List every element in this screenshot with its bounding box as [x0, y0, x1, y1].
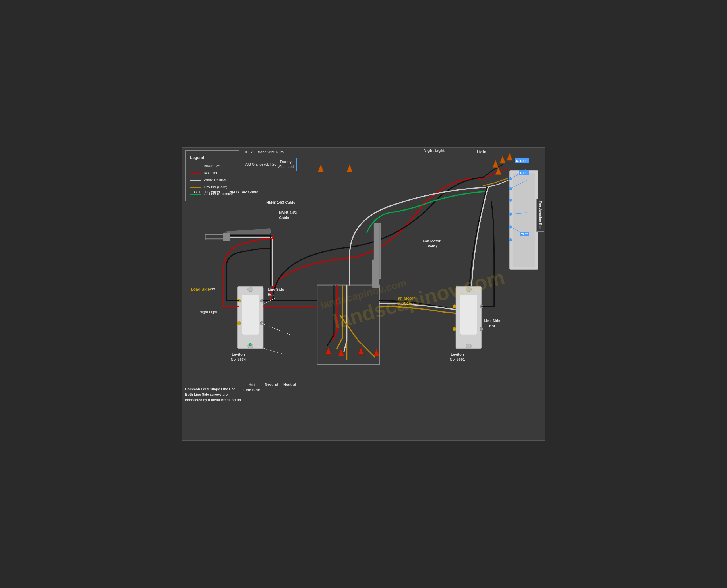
ideal-brand-label: IDEAL Brand Wire Nuts: [245, 150, 283, 154]
svg-point-31: [509, 198, 512, 202]
line-side-hot-right-label: Line SideHot: [484, 318, 500, 329]
diagram-container: landscapinov.com Legend: Black Hot Red H…: [182, 147, 545, 441]
svg-point-34: [509, 238, 512, 241]
legend-label-white: White Neutral: [204, 177, 226, 184]
nmb-142-mid-label: NM-B 14/2Cable: [279, 210, 297, 220]
svg-rect-11: [242, 295, 259, 335]
svg-rect-21: [460, 295, 477, 335]
light-top-label: Light: [477, 150, 486, 154]
legend-line-bare: [190, 187, 201, 188]
svg-point-29: [509, 177, 512, 180]
wire-nut-73b-label: 73B Orange: [245, 163, 263, 166]
fan-motor-vent-label: Fan Motor(Vent): [423, 239, 441, 249]
circuit-breaker-label: To Circuit Breaker: [191, 190, 220, 194]
leviton-5634-label: LevitonNo. 5634: [231, 352, 246, 362]
svg-point-13: [237, 322, 241, 325]
night-light-left-label: Night Light: [199, 310, 217, 314]
legend-item-red: Red Hot: [190, 170, 234, 177]
nmb-143-label: NM-B 14/3 Cable: [266, 200, 295, 205]
legend-title: Legend:: [190, 154, 234, 162]
nmb-142-top-label: NM-B 14/2 Cable: [229, 190, 258, 194]
neutral-bottom-label: Neutral: [283, 382, 296, 386]
svg-rect-28: [513, 173, 535, 267]
light-left-label: Light: [207, 287, 215, 291]
ground-bottom-label: Ground: [265, 382, 278, 386]
vent-box: Vent: [520, 232, 529, 236]
factory-wire-label-text: FactoryWire Label: [278, 160, 294, 169]
fan-motor-load-side-label: Fan MotorLoad Side: [395, 296, 415, 307]
light-box: Light: [518, 170, 529, 175]
legend-label-red: Red Hot: [204, 170, 217, 177]
svg-point-15: [260, 322, 263, 325]
legend-item-white: White Neutral: [190, 177, 234, 184]
legend-line-black: [190, 166, 201, 166]
svg-rect-7: [372, 259, 380, 288]
svg-point-10: [248, 287, 253, 292]
legend-line-red: [190, 173, 201, 173]
svg-point-14: [260, 299, 263, 302]
svg-point-30: [509, 187, 512, 190]
fan-junction-box-label: Fan Junction Box: [536, 199, 544, 232]
legend-line-white: [190, 180, 201, 181]
load-side-left-label: Load Side: [191, 287, 210, 292]
line-side-hot-left-label: Line SideHot: [268, 287, 284, 297]
svg-point-33: [509, 226, 512, 228]
leviton-5691-label: LevitonNo. 5691: [450, 352, 465, 362]
factory-wire-label-box: FactoryWire Label: [275, 158, 297, 171]
svg-point-23: [453, 328, 456, 331]
night-light-top-label: Night Light: [424, 148, 445, 153]
legend-item-black: Black Hot: [190, 163, 234, 170]
legend-label-black: Black Hot: [204, 163, 219, 170]
svg-point-25: [479, 328, 483, 331]
common-feed-label: Common Feed Single Line Hot.Both Line Si…: [185, 386, 242, 403]
n-light-box: N. Light: [515, 159, 529, 163]
svg-point-22: [453, 304, 456, 308]
svg-point-26: [466, 344, 472, 348]
wire-nut-76b-label: 76B Red: [263, 163, 277, 166]
hot-line-side-label: HotLine Side: [243, 382, 260, 393]
